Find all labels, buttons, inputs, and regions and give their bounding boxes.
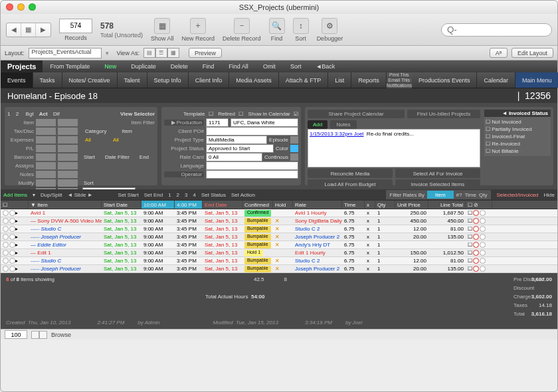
operator-button[interactable]: Operator [164,171,204,177]
set-status-button[interactable]: Set Status [201,192,226,198]
tab-talent[interactable]: Talent [118,72,147,88]
production-id[interactable]: 1171 [206,118,229,127]
notifications-button[interactable]: Notifications [387,83,412,88]
edit-layout-button[interactable]: Edit Layout [512,48,553,58]
sort-icon[interactable]: ↕ [293,18,309,34]
set-start-button[interactable]: Set Start [118,192,139,198]
print-this-button[interactable]: Print This [387,72,412,78]
zoom-input[interactable] [5,330,27,339]
rate-card-select[interactable]: 0 All [206,153,262,161]
chk-not-billable[interactable]: ☐ Not Billable [486,147,549,155]
email-this-button[interactable]: Email This [387,78,412,83]
tab-reports[interactable]: Reports [351,72,387,88]
note-timestamp[interactable]: 1/15/2013 3:32pm Joel [310,131,363,137]
mini-buttons[interactable] [31,331,47,339]
p1-tab-1[interactable]: 1 [7,111,10,117]
find-unbilled-button[interactable]: Find Un-billed Projects [407,110,480,118]
notes-tab[interactable]: Notes [330,120,357,129]
col-rate[interactable]: Rate [293,201,342,209]
hide-button[interactable]: Hide [544,192,555,198]
delete-button[interactable]: Delete [164,60,195,72]
debugger-icon[interactable]: ⚙ [322,18,337,34]
back-button[interactable]: ◄ Back [309,60,341,72]
reconcile-media-button[interactable]: Reconcile Media [308,169,393,178]
share-calendar-button[interactable]: Share Project Calendar [308,110,405,118]
table-row[interactable]: ▸— Edit 1Sat, Jan 5, 139:00 AM3:45 PMSat… [1,249,557,257]
preview-button[interactable]: Preview [189,48,222,58]
col-unit-price[interactable]: Unit Price [395,201,428,209]
col-item[interactable]: ▼ Item [29,201,102,209]
omit-button[interactable]: Omit [256,60,282,72]
table-row[interactable]: ▸----- Studio CSat, Jan 5, 139:00 AM3:45… [1,257,557,265]
close-icon[interactable] [6,3,13,11]
select-all-invoice-button[interactable]: Select All For Invoice [395,169,480,178]
chk-partial[interactable]: ☐ Partially Invoiced [486,126,549,133]
table-row[interactable]: ▸Avid 1Sat, Jan 5, 139:00 AM3:45 PMSat, … [1,209,557,217]
set-end-button[interactable]: Set End [144,192,163,198]
production-button[interactable]: Production [177,120,202,126]
num-1[interactable]: 1 [168,192,171,198]
p1-tab-2[interactable]: 2 [16,111,19,117]
tab-tasks[interactable]: Tasks [33,72,62,88]
tab-client[interactable]: Client Info [189,72,230,88]
project-status-select[interactable]: Approved to Start [206,144,274,153]
continuous-input[interactable] [290,153,298,161]
view-as-toggle[interactable]: ▤☰▦ [143,48,179,58]
p1-tab-dif[interactable]: Dif [53,111,60,117]
col-qty[interactable]: Qty [375,201,395,209]
minimize-icon[interactable] [17,3,25,11]
chk-reinvoiced[interactable]: ☐ Re-Invoiced [486,140,549,147]
new-button[interactable]: New [98,60,123,72]
add-items-button[interactable]: Add Items [3,192,27,198]
duplicate-button[interactable]: Duplicate [124,60,163,72]
chk-not-invoiced[interactable]: ☐ Not Invoiced [486,118,549,126]
col-start-date[interactable]: Start Date [102,201,141,209]
slide-button[interactable]: ◄ Slide ► [67,192,92,198]
layout-select[interactable]: Projects_EventsActual [29,48,102,58]
item-all[interactable]: All [113,137,119,143]
num-2[interactable]: 2 [177,192,179,198]
color-swatch[interactable] [290,145,298,152]
load-budget-button[interactable]: Load All From Budget [308,179,393,189]
tab-setup[interactable]: Setup Info [147,72,189,88]
operator-select[interactable] [206,170,298,179]
invoice-selected-button[interactable]: Invoice Selected Items [395,179,480,189]
tab-media[interactable]: Media Assets [229,72,279,88]
aa-button[interactable]: Aª [490,48,508,58]
episode-input[interactable] [290,136,298,144]
col-confirmed[interactable]: Confirmed [242,201,273,209]
col-line-total[interactable]: Line Total [428,201,466,209]
record-number-input[interactable] [59,19,92,33]
table-row[interactable]: ▸----- Joseph ProducerSat, Jan 5, 139:00… [1,265,557,273]
col-hold[interactable]: Hold [273,201,293,209]
col-time[interactable]: Time [342,201,365,209]
sort-button[interactable]: Sort [284,60,308,72]
notes-area[interactable]: 1/15/2013 3:32pm Joel Re-do final credit… [308,129,480,167]
tab-events[interactable]: Events [1,72,33,88]
table-row[interactable]: ▸----- Joseph ProducerSat, Jan 5, 139:00… [1,233,557,241]
col-end-time[interactable]: 4:00 PM [175,201,203,209]
tab-calendar[interactable]: Calendar [477,72,515,88]
col-start-time[interactable]: 10:00 AM [141,201,175,209]
tab-notes[interactable]: Notes/ Creative [62,72,118,88]
find-icon[interactable]: 🔍 [269,18,285,34]
p1-tab-act[interactable]: Act [39,111,48,117]
table-row[interactable]: ▸— Eddie EditorSat, Jan 5, 139:00 AM3:45… [1,241,557,249]
language-select[interactable] [206,161,298,170]
new-record-icon[interactable]: ＋ [190,18,206,34]
col-end-date[interactable]: End Date [203,201,242,209]
num-4[interactable]: 4 [193,192,196,198]
from-template-button[interactable]: From Template [43,60,96,72]
table-row[interactable]: ▸----- Studio CSat, Jan 5, 139:00 AM3:45… [1,225,557,233]
delete-record-icon[interactable]: － [234,18,250,34]
p1-tab-bgt[interactable]: Bgt [26,111,34,117]
add-note-button[interactable]: Add [308,120,327,129]
num-3[interactable]: 3 [185,192,187,198]
client-po-input[interactable] [206,127,298,136]
search-input[interactable] [441,23,552,37]
tab-list[interactable]: List [328,72,351,88]
dup-split-button[interactable]: Dup/Split [41,192,62,198]
project-type-select[interactable]: MultiMedia [206,136,267,144]
show-all-icon[interactable]: ▦ [154,18,170,34]
record-nav[interactable]: ◀▦▶ [6,23,51,37]
